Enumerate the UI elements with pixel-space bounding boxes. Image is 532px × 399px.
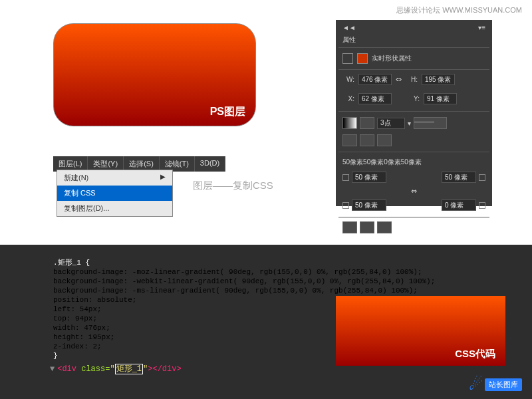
layer-dropdown: 新建(N)▶ 复制 CSS 复制图层(D)... [57, 170, 173, 217]
fold-toggle-icon[interactable]: ▼ [50, 364, 55, 374]
css-result-label: CSS代码 [455, 348, 495, 360]
menu-item-duplicate[interactable]: 复制图层(D)... [57, 201, 172, 216]
menu-item-copy-css[interactable]: 复制 CSS [57, 186, 172, 201]
corner-check-3[interactable] [342, 202, 349, 209]
corner-check-1[interactable] [342, 174, 349, 181]
panel-collapse-icon[interactable]: ◄◄ [342, 24, 356, 31]
corner-input-1[interactable] [352, 172, 386, 183]
height-input[interactable] [422, 74, 455, 85]
align-btn-3[interactable] [377, 134, 392, 146]
properties-title-row: 实时形状属性 [338, 48, 489, 70]
corner-input-3[interactable] [352, 200, 386, 211]
shape-icon [342, 53, 353, 64]
site-badge: ☄ 站长图库 [469, 375, 522, 394]
stroke-style[interactable]: ——— [414, 117, 447, 129]
align-btn-1[interactable] [342, 134, 357, 146]
footer-btn-3[interactable] [377, 221, 392, 233]
width-input[interactable] [358, 74, 392, 85]
fill-swatch[interactable] [342, 117, 357, 129]
watermark-text: 思缘设计论坛 WWW.MISSYUAN.COM [396, 5, 522, 15]
link-corners-icon[interactable]: ⇔ [411, 187, 417, 196]
code-editor: .矩形_1 { background-image: -moz-linear-gr… [0, 245, 532, 399]
corner-input-2[interactable] [442, 172, 476, 183]
corner-check-2[interactable] [479, 174, 485, 181]
y-label: Y: [408, 95, 420, 102]
x-label: X: [342, 95, 354, 102]
properties-tab[interactable]: 属性 [338, 33, 489, 48]
badge-rocket-icon: ☄ [469, 375, 483, 394]
stroke-swatch[interactable] [360, 117, 374, 129]
stroke-dropdown-icon[interactable]: ▾ [408, 120, 411, 127]
x-input[interactable] [358, 93, 392, 104]
properties-panel: ◄◄ ▾≡ 属性 实时形状属性 W: ⇔ H: X: Y: ▾ ——— 50像素… [336, 20, 492, 206]
height-label: H: [406, 76, 418, 83]
center-caption: 图层——复制CSS [193, 180, 273, 192]
align-btn-2[interactable] [360, 134, 374, 146]
y-input[interactable] [424, 93, 457, 104]
corner-input-4[interactable] [442, 200, 476, 211]
ps-layer-label: PS图层 [210, 105, 245, 119]
stroke-input[interactable] [377, 118, 405, 129]
css-result-shape: CSS代码 [336, 296, 505, 366]
menu-item-new[interactable]: 新建(N)▶ [57, 170, 172, 186]
menu-3d[interactable]: 3D(D) [195, 156, 225, 172]
footer-btn-2[interactable] [360, 221, 374, 233]
properties-title: 实时形状属性 [372, 54, 412, 63]
corner-check-4[interactable] [479, 202, 485, 209]
footer-btn-1[interactable] [342, 221, 357, 233]
badge-label: 站长图库 [485, 378, 522, 391]
fill-icon [357, 53, 368, 64]
width-label: W: [342, 76, 354, 83]
ps-layer-shape: PS图层 [53, 23, 256, 126]
link-wh-icon[interactable]: ⇔ [396, 75, 402, 84]
submenu-arrow-icon: ▶ [160, 173, 166, 183]
corners-summary: 50像素50像素0像素50像素 [338, 155, 489, 170]
panel-menu-icon[interactable]: ▾≡ [478, 24, 485, 31]
